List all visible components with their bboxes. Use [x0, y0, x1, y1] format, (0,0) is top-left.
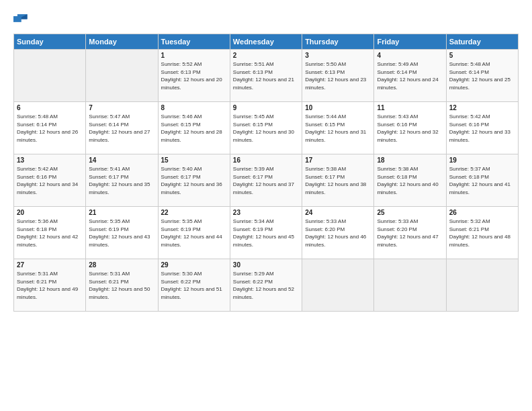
weekday-header-saturday: Saturday	[446, 34, 518, 50]
cell-info: Sunrise: 5:48 AMSunset: 6:14 PMDaylight:…	[449, 60, 515, 91]
calendar-cell: 11Sunrise: 5:43 AMSunset: 6:16 PMDayligh…	[374, 102, 446, 154]
day-number: 7	[89, 104, 154, 111]
day-number: 18	[377, 156, 443, 164]
day-number: 26	[449, 209, 515, 216]
cell-info: Sunrise: 5:29 AMSunset: 6:22 PMDaylight:…	[233, 270, 299, 301]
page: SundayMondayTuesdayWednesdayThursdayFrid…	[0, 0, 532, 411]
calendar-cell	[446, 259, 518, 312]
day-number: 27	[17, 261, 83, 269]
calendar-cell: 2Sunrise: 5:51 AMSunset: 6:13 PMDaylight…	[230, 50, 302, 102]
weekday-header-row: SundayMondayTuesdayWednesdayThursdayFrid…	[14, 34, 519, 50]
day-number: 24	[305, 209, 371, 216]
day-number: 29	[161, 261, 227, 269]
week-row-2: 6Sunrise: 5:48 AMSunset: 6:14 PMDaylight…	[14, 102, 519, 154]
week-row-3: 13Sunrise: 5:42 AMSunset: 6:16 PMDayligh…	[14, 154, 519, 207]
weekday-header-friday: Friday	[374, 34, 446, 50]
calendar-cell: 6Sunrise: 5:48 AMSunset: 6:14 PMDaylight…	[14, 102, 86, 154]
day-number: 15	[161, 156, 227, 164]
day-number: 2	[233, 52, 299, 59]
cell-info: Sunrise: 5:34 AMSunset: 6:19 PMDaylight:…	[233, 218, 299, 248]
cell-info: Sunrise: 5:38 AMSunset: 6:18 PMDaylight:…	[377, 165, 443, 196]
day-number: 30	[233, 261, 299, 269]
day-number: 10	[305, 104, 371, 111]
day-number: 19	[449, 156, 515, 164]
day-number: 22	[161, 209, 227, 216]
cell-info: Sunrise: 5:42 AMSunset: 6:16 PMDaylight:…	[449, 113, 515, 144]
cell-info: Sunrise: 5:46 AMSunset: 6:15 PMDaylight:…	[161, 113, 227, 144]
day-number: 25	[377, 209, 443, 216]
weekday-header-wednesday: Wednesday	[230, 34, 302, 50]
cell-info: Sunrise: 5:38 AMSunset: 6:17 PMDaylight:…	[305, 165, 371, 196]
day-number: 16	[233, 156, 299, 164]
day-number: 9	[233, 104, 299, 111]
header	[13, 12, 519, 27]
cell-info: Sunrise: 5:33 AMSunset: 6:20 PMDaylight:…	[377, 218, 443, 248]
day-number: 6	[17, 104, 83, 111]
cell-info: Sunrise: 5:52 AMSunset: 6:13 PMDaylight:…	[161, 60, 227, 91]
logo-icon	[13, 12, 28, 27]
cell-info: Sunrise: 5:35 AMSunset: 6:19 PMDaylight:…	[89, 218, 154, 248]
cell-info: Sunrise: 5:39 AMSunset: 6:17 PMDaylight:…	[233, 165, 299, 196]
calendar-cell: 8Sunrise: 5:46 AMSunset: 6:15 PMDaylight…	[158, 102, 230, 154]
cell-info: Sunrise: 5:31 AMSunset: 6:21 PMDaylight:…	[89, 270, 154, 301]
cell-info: Sunrise: 5:50 AMSunset: 6:13 PMDaylight:…	[305, 60, 371, 91]
calendar-cell: 29Sunrise: 5:30 AMSunset: 6:22 PMDayligh…	[158, 259, 230, 312]
calendar-cell: 15Sunrise: 5:40 AMSunset: 6:17 PMDayligh…	[158, 154, 230, 207]
cell-info: Sunrise: 5:32 AMSunset: 6:21 PMDaylight:…	[449, 218, 515, 248]
calendar-cell: 26Sunrise: 5:32 AMSunset: 6:21 PMDayligh…	[446, 207, 518, 259]
day-number: 3	[305, 52, 371, 59]
cell-info: Sunrise: 5:40 AMSunset: 6:17 PMDaylight:…	[161, 165, 227, 196]
calendar-cell	[302, 259, 374, 312]
calendar-cell	[14, 50, 86, 102]
weekday-header-tuesday: Tuesday	[158, 34, 230, 50]
calendar-cell: 18Sunrise: 5:38 AMSunset: 6:18 PMDayligh…	[374, 154, 446, 207]
day-number: 1	[161, 52, 227, 59]
day-number: 17	[305, 156, 371, 164]
calendar-cell: 12Sunrise: 5:42 AMSunset: 6:16 PMDayligh…	[446, 102, 518, 154]
svg-marker-2	[13, 16, 21, 22]
weekday-header-thursday: Thursday	[302, 34, 374, 50]
calendar-cell: 13Sunrise: 5:42 AMSunset: 6:16 PMDayligh…	[14, 154, 86, 207]
cell-info: Sunrise: 5:44 AMSunset: 6:15 PMDaylight:…	[305, 113, 371, 144]
cell-info: Sunrise: 5:51 AMSunset: 6:13 PMDaylight:…	[233, 60, 299, 91]
cell-info: Sunrise: 5:45 AMSunset: 6:15 PMDaylight:…	[233, 113, 299, 144]
cell-info: Sunrise: 5:42 AMSunset: 6:16 PMDaylight:…	[17, 165, 83, 196]
cell-info: Sunrise: 5:47 AMSunset: 6:14 PMDaylight:…	[89, 113, 154, 144]
calendar-cell: 5Sunrise: 5:48 AMSunset: 6:14 PMDaylight…	[446, 50, 518, 102]
calendar-cell: 3Sunrise: 5:50 AMSunset: 6:13 PMDaylight…	[302, 50, 374, 102]
day-number: 13	[17, 156, 83, 164]
day-number: 23	[233, 209, 299, 216]
day-number: 4	[377, 52, 443, 59]
calendar-cell: 4Sunrise: 5:49 AMSunset: 6:14 PMDaylight…	[374, 50, 446, 102]
day-number: 5	[449, 52, 515, 59]
calendar-cell	[374, 259, 446, 312]
week-row-4: 20Sunrise: 5:36 AMSunset: 6:18 PMDayligh…	[14, 207, 519, 259]
cell-info: Sunrise: 5:35 AMSunset: 6:19 PMDaylight:…	[161, 218, 227, 248]
day-number: 14	[89, 156, 154, 164]
calendar-cell: 9Sunrise: 5:45 AMSunset: 6:15 PMDaylight…	[230, 102, 302, 154]
cell-info: Sunrise: 5:30 AMSunset: 6:22 PMDaylight:…	[161, 270, 227, 301]
calendar-cell: 14Sunrise: 5:41 AMSunset: 6:17 PMDayligh…	[86, 154, 158, 207]
day-number: 28	[89, 261, 154, 269]
cell-info: Sunrise: 5:33 AMSunset: 6:20 PMDaylight:…	[305, 218, 371, 248]
weekday-header-sunday: Sunday	[14, 34, 86, 50]
calendar-cell: 30Sunrise: 5:29 AMSunset: 6:22 PMDayligh…	[230, 259, 302, 312]
cell-info: Sunrise: 5:41 AMSunset: 6:17 PMDaylight:…	[89, 165, 154, 196]
cell-info: Sunrise: 5:43 AMSunset: 6:16 PMDaylight:…	[377, 113, 443, 144]
calendar-cell: 20Sunrise: 5:36 AMSunset: 6:18 PMDayligh…	[14, 207, 86, 259]
calendar-cell: 16Sunrise: 5:39 AMSunset: 6:17 PMDayligh…	[230, 154, 302, 207]
logo	[13, 12, 31, 27]
week-row-1: 1Sunrise: 5:52 AMSunset: 6:13 PMDaylight…	[14, 50, 519, 102]
calendar-cell: 28Sunrise: 5:31 AMSunset: 6:21 PMDayligh…	[86, 259, 158, 312]
calendar-table: SundayMondayTuesdayWednesdayThursdayFrid…	[13, 34, 519, 312]
calendar-cell: 23Sunrise: 5:34 AMSunset: 6:19 PMDayligh…	[230, 207, 302, 259]
day-number: 8	[161, 104, 227, 111]
calendar-cell: 21Sunrise: 5:35 AMSunset: 6:19 PMDayligh…	[86, 207, 158, 259]
cell-info: Sunrise: 5:31 AMSunset: 6:21 PMDaylight:…	[17, 270, 83, 301]
calendar-cell: 24Sunrise: 5:33 AMSunset: 6:20 PMDayligh…	[302, 207, 374, 259]
calendar-cell: 17Sunrise: 5:38 AMSunset: 6:17 PMDayligh…	[302, 154, 374, 207]
calendar-cell	[86, 50, 158, 102]
cell-info: Sunrise: 5:48 AMSunset: 6:14 PMDaylight:…	[17, 113, 83, 144]
calendar-cell: 22Sunrise: 5:35 AMSunset: 6:19 PMDayligh…	[158, 207, 230, 259]
calendar-cell: 10Sunrise: 5:44 AMSunset: 6:15 PMDayligh…	[302, 102, 374, 154]
